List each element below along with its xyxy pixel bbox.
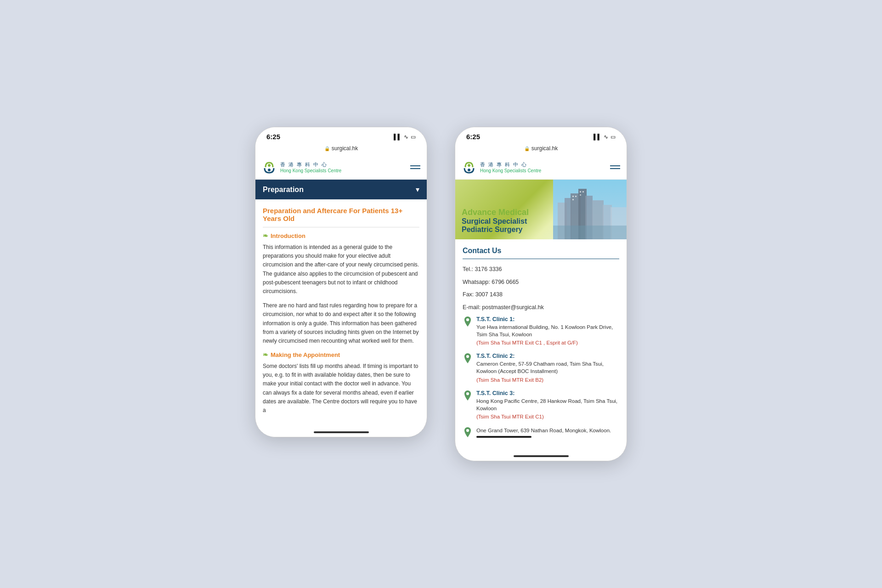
- right-signal-icon: ▌▌: [594, 134, 601, 140]
- right-hero-line3: Pediatric Surgery: [462, 226, 620, 234]
- lock-icon: 🔒: [324, 146, 330, 151]
- right-logo-text: 香 港 專 科 中 心 Hong Kong Specialists Centre: [480, 161, 541, 173]
- right-lock-icon: 🔒: [524, 146, 530, 151]
- phones-container: 6:25 ▌▌ ∿ ▭ 🔒 surgical.hk 香 港: [255, 127, 627, 461]
- hamburger-line-1: [410, 165, 420, 166]
- right-clinic-2-mtr: (Tsim Sha Tsui MTR Exit B2): [476, 376, 619, 384]
- hamburger-line-2: [410, 168, 420, 169]
- left-logo-english: Hong Kong Specialists Centre: [280, 168, 341, 173]
- right-clinic-1-info: T.S.T. Clinic 1: Yue Hwa international B…: [476, 316, 619, 346]
- right-email: E-mail: postmaster@surgical.hk: [463, 304, 619, 312]
- signal-icon: ▌▌: [394, 134, 401, 140]
- right-map-pin-2: [463, 353, 473, 363]
- left-content: Preparation and Aftercare For Patients 1…: [255, 199, 427, 428]
- right-clinic-4-info: One Grand Tower, 639 Nathan Road, Mongko…: [476, 427, 611, 438]
- right-time: 6:25: [466, 133, 480, 141]
- left-home-indicator: [314, 431, 369, 433]
- right-home-indicator: [514, 455, 569, 457]
- right-clinic-1-name: T.S.T. Clinic 1:: [476, 316, 619, 322]
- right-contact-title: Contact Us: [463, 247, 619, 255]
- svg-point-23: [466, 429, 469, 432]
- right-phone: 6:25 ▌▌ ∿ ▭ 🔒 surgical.hk 香 港: [455, 127, 627, 461]
- right-clinic-3-info: T.S.T. Clinic 3: Hong Kong Pacific Centr…: [476, 390, 619, 420]
- right-battery-icon: ▭: [611, 134, 616, 140]
- svg-rect-17: [580, 191, 581, 192]
- right-logo-chinese: 香 港 專 科 中 心: [480, 161, 541, 168]
- left-intro-para2: There are no hard and fast rules regardi…: [263, 301, 419, 345]
- right-clinic-4: One Grand Tower, 639 Nathan Road, Mongko…: [463, 427, 619, 438]
- left-intro-heading: Introduction: [263, 232, 419, 239]
- right-url: surgical.hk: [531, 145, 558, 152]
- right-clinic-2: T.S.T. Clinic 2: Cameron Centre, 57-59 C…: [463, 353, 619, 383]
- left-logo-area: 香 港 專 科 中 心 Hong Kong Specialists Centre: [262, 160, 341, 175]
- left-hamburger[interactable]: [410, 165, 420, 169]
- right-clinic-2-info: T.S.T. Clinic 2: Cameron Centre, 57-59 C…: [476, 353, 619, 383]
- left-title-divider: [263, 227, 419, 227]
- right-status-bar: 6:25 ▌▌ ∿ ▭: [455, 127, 627, 143]
- svg-rect-14: [572, 196, 574, 197]
- right-wifi-icon: ∿: [604, 134, 608, 140]
- left-appt-heading: Making the Appointment: [263, 351, 419, 358]
- right-clinic-3-address: Hong Kong Pacific Centre, 28 Hankow Road…: [476, 397, 619, 412]
- svg-point-2: [468, 164, 470, 167]
- svg-rect-19: [580, 194, 581, 196]
- right-clinic-4-address: One Grand Tower, 639 Nathan Road, Mongko…: [476, 427, 611, 434]
- left-status-bar: 6:25 ▌▌ ∿ ▭: [255, 127, 427, 143]
- right-clinic-1: T.S.T. Clinic 1: Yue Hwa international B…: [463, 316, 619, 346]
- wifi-icon: ∿: [404, 134, 408, 140]
- right-logo-english: Hong Kong Specialists Centre: [480, 168, 541, 173]
- right-clinic-3-name: T.S.T. Clinic 3:: [476, 390, 619, 396]
- right-hero-banner: Advance Medical Surgical Specialist Pedi…: [455, 180, 627, 239]
- right-clinic-3: T.S.T. Clinic 3: Hong Kong Pacific Centr…: [463, 390, 619, 420]
- left-logo-text: 香 港 專 科 中 心 Hong Kong Specialists Centre: [280, 161, 341, 173]
- left-prep-banner[interactable]: Preparation ▾: [255, 180, 427, 199]
- right-clinic-2-name: T.S.T. Clinic 2:: [476, 353, 619, 359]
- right-clinic-3-mtr: (Tsim Sha Tsui MTR Exit C1): [476, 413, 619, 420]
- right-clinic-2-address: Cameron Centre, 57-59 Chatham road, Tsim…: [476, 360, 619, 375]
- left-prep-title: Preparation: [263, 186, 304, 194]
- svg-point-1: [268, 169, 271, 171]
- svg-point-22: [466, 392, 469, 395]
- left-logo-chinese: 香 港 專 科 中 心: [280, 161, 341, 168]
- left-bottom-bar: [255, 428, 427, 437]
- right-tel: Tel.: 3176 3336: [463, 266, 619, 274]
- right-fax: Fax: 3007 1438: [463, 291, 619, 299]
- right-site-header: 香 港 專 科 中 心 Hong Kong Specialists Centre: [455, 155, 627, 180]
- right-url-bar: 🔒 surgical.hk: [455, 143, 627, 155]
- svg-point-0: [268, 164, 271, 167]
- right-contact-section: Contact Us Tel.: 3176 3336 Whatsapp: 679…: [455, 239, 627, 452]
- left-url-bar: 🔒 surgical.hk: [255, 143, 427, 155]
- right-clinic-1-mtr: (Tsim Sha Tsui MTR Exit C1 , Esprit at G…: [476, 339, 619, 346]
- svg-rect-15: [575, 196, 577, 197]
- svg-point-21: [466, 355, 469, 358]
- left-intro-para1: This information is intended as a genera…: [263, 243, 419, 296]
- left-site-header: 香 港 專 科 中 心 Hong Kong Specialists Centre: [255, 155, 427, 180]
- left-logo-svg: [262, 160, 277, 175]
- right-bottom-bar: [455, 452, 627, 461]
- svg-rect-16: [572, 199, 574, 200]
- right-hero-line1: Advance Medical: [462, 208, 620, 217]
- left-phone: 6:25 ▌▌ ∿ ▭ 🔒 surgical.hk 香 港: [255, 127, 427, 437]
- svg-point-3: [468, 169, 470, 171]
- right-hamburger[interactable]: [610, 165, 620, 169]
- right-clinic-4-indicator: [476, 436, 531, 438]
- left-main-title: Preparation and Aftercare For Patients 1…: [263, 207, 419, 222]
- right-clinic-1-address: Yue Hwa international Building, No. 1 Ko…: [476, 323, 619, 338]
- svg-point-20: [466, 318, 469, 321]
- svg-rect-18: [582, 191, 584, 192]
- right-hamburger-line-1: [610, 165, 620, 166]
- right-hero-text: Advance Medical Surgical Specialist Pedi…: [455, 202, 627, 239]
- left-url: surgical.hk: [332, 145, 358, 152]
- right-hamburger-line-2: [610, 168, 620, 169]
- right-hero-line2: Surgical Specialist: [462, 217, 620, 226]
- right-status-icons: ▌▌ ∿ ▭: [594, 134, 616, 140]
- battery-icon: ▭: [411, 134, 416, 140]
- right-logo-svg: [462, 160, 476, 175]
- right-whatsapp: Whatsapp: 6796 0665: [463, 278, 619, 287]
- left-time: 6:25: [266, 133, 280, 141]
- right-map-pin-1: [463, 317, 473, 327]
- left-appt-para1: Some doctors' lists fill up months ahead…: [263, 362, 419, 415]
- right-map-pin-4: [463, 427, 473, 437]
- right-map-pin-3: [463, 390, 473, 401]
- left-title-prefix: Preparation and: [263, 207, 317, 215]
